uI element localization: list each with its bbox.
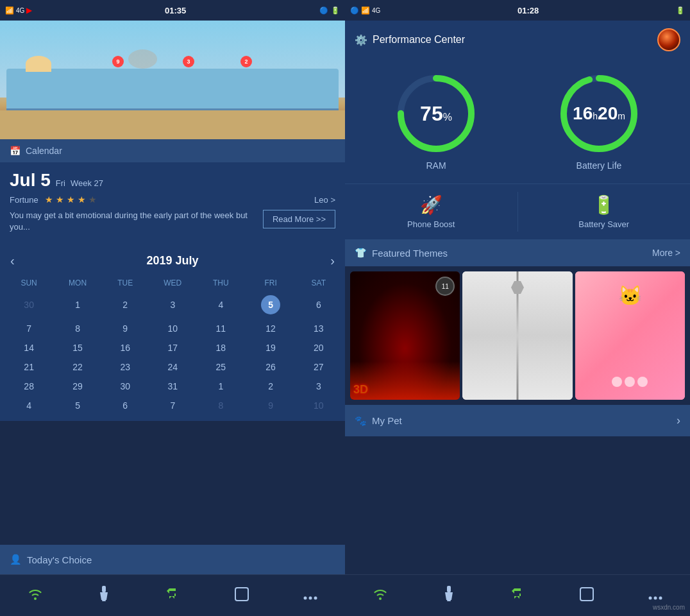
status-bar-right: 🔵 📶 4G 01:28 🔋 <box>345 0 690 21</box>
right-panel: 🔵 📶 4G 01:28 🔋 ⚙️ Performance Center <box>345 0 690 616</box>
cal-sun: SUN <box>6 276 51 290</box>
pet-icon: 🐾 <box>355 415 367 427</box>
theme-3[interactable]: 🐱 <box>575 271 685 400</box>
calendar-icon: 📅 <box>10 146 21 156</box>
calendar-day[interactable]: 3 <box>147 291 198 318</box>
wifi-nav-left[interactable] <box>28 587 43 604</box>
square-nav-left[interactable] <box>235 587 249 604</box>
swap-nav-left[interactable] <box>165 586 180 605</box>
calendar-day[interactable]: 11 <box>199 320 242 338</box>
svg-point-15 <box>649 596 652 599</box>
calendar-week-row: 14151617181920 <box>6 339 339 357</box>
calendar-day[interactable]: 20 <box>299 339 339 357</box>
calendar-day[interactable]: 4 <box>6 397 51 415</box>
calendar-day[interactable]: 6 <box>104 397 147 415</box>
calendar-day[interactable]: 21 <box>6 358 51 376</box>
wifi-nav-right[interactable] <box>373 587 388 604</box>
watermark: wsxdn.com <box>653 604 685 611</box>
battery-saver-label: Battery Saver <box>578 219 629 229</box>
cal-thu: THU <box>199 276 242 290</box>
calendar-day[interactable]: 17 <box>147 339 198 357</box>
todays-choice-bar[interactable]: 👤 Today's Choice <box>0 545 345 574</box>
svg-point-5 <box>309 596 312 599</box>
calendar-day[interactable]: 13 <box>299 320 339 338</box>
calendar-day[interactable]: 30 <box>6 291 51 318</box>
read-more-button[interactable]: Read More >> <box>263 210 335 228</box>
calendar-week-row: 78910111213 <box>6 320 339 338</box>
calendar-day[interactable]: 2 <box>104 291 147 318</box>
more-nav-right[interactable] <box>648 588 662 603</box>
more-nav-left[interactable] <box>303 588 317 603</box>
calendar-day[interactable]: 19 <box>244 339 298 357</box>
phone-boost-item[interactable]: 🚀 Phone Boost <box>345 184 518 239</box>
bottom-nav-right <box>345 574 690 616</box>
calendar-day[interactable]: 16 <box>104 339 147 357</box>
calendar-day[interactable]: 1 <box>53 291 103 318</box>
featured-themes-header: 👕 Featured Themes More > <box>345 239 690 266</box>
calendar-day[interactable]: 9 <box>104 320 147 338</box>
calendar-day[interactable]: 27 <box>299 358 339 376</box>
calendar-nav: ‹ 2019 July › <box>5 247 340 275</box>
calendar-day[interactable]: 9 <box>244 397 298 415</box>
vodafone-icon: ▶ <box>26 6 31 15</box>
calendar-day[interactable]: 7 <box>6 320 51 338</box>
prev-month-button[interactable]: ‹ <box>10 253 15 268</box>
battery-value-display: 16h20m <box>573 103 625 124</box>
mypet-section[interactable]: 🐾 My Pet › <box>345 405 690 436</box>
calendar-day[interactable]: 7 <box>147 397 198 415</box>
calendar-week-row: 45678910 <box>6 397 339 415</box>
leo-link[interactable]: Leo > <box>314 195 335 205</box>
calendar-day[interactable]: 26 <box>244 358 298 376</box>
signal-icon-right: 📶 <box>361 6 370 15</box>
calendar-day[interactable]: 6 <box>299 291 339 318</box>
bluetooth-icon-right: 🔵 <box>350 6 359 15</box>
battery-hours: 16 <box>573 103 593 123</box>
calendar-day[interactable]: 4 <box>199 291 242 318</box>
featured-title-label: Featured Themes <box>372 248 448 259</box>
calendar-day[interactable]: 12 <box>244 320 298 338</box>
calendar-day[interactable]: 8 <box>53 320 103 338</box>
badge-3: 2 <box>240 56 252 67</box>
status-icons-right: 🔵 📶 4G <box>350 6 380 15</box>
svg-point-6 <box>314 596 317 599</box>
game-banner: 9 3 2 <box>0 21 345 139</box>
swap-nav-right[interactable] <box>510 586 525 605</box>
calendar-day[interactable]: 28 <box>6 377 51 395</box>
calendar-day[interactable]: 5 <box>244 291 298 318</box>
calendar-day[interactable]: 3 <box>299 377 339 395</box>
next-month-button[interactable]: › <box>330 253 335 268</box>
torch-nav-left[interactable] <box>97 586 110 605</box>
square-nav-right[interactable] <box>580 587 594 604</box>
calendar-day[interactable]: 8 <box>199 397 242 415</box>
calendar-day[interactable]: 23 <box>104 358 147 376</box>
calendar-day[interactable]: 22 <box>53 358 103 376</box>
4g-icon: 4G <box>16 7 24 14</box>
calendar-day[interactable]: 24 <box>147 358 198 376</box>
4g-label-right: 4G <box>372 7 380 14</box>
perf-header: ⚙️ Performance Center <box>345 21 690 59</box>
calendar-day[interactable]: 15 <box>53 339 103 357</box>
svg-marker-12 <box>445 592 453 600</box>
calendar-day[interactable]: 18 <box>199 339 242 357</box>
calendar-day[interactable]: 5 <box>53 397 103 415</box>
calendar-day[interactable]: 30 <box>104 377 147 395</box>
calendar-day[interactable]: 29 <box>53 377 103 395</box>
calendar-day[interactable]: 25 <box>199 358 242 376</box>
svg-rect-3 <box>235 588 248 601</box>
calendar-day[interactable]: 31 <box>147 377 198 395</box>
rocket-icon: 🚀 <box>420 194 442 216</box>
calendar-day[interactable]: 1 <box>199 377 242 395</box>
calendar-day[interactable]: 10 <box>147 320 198 338</box>
torch-nav-right[interactable] <box>442 586 455 605</box>
ram-unit: % <box>443 112 452 123</box>
more-link[interactable]: More > <box>652 248 680 258</box>
calendar-day[interactable]: 2 <box>244 377 298 395</box>
calendar-day[interactable]: 10 <box>299 397 339 415</box>
cal-wed: WED <box>147 276 198 290</box>
theme-2[interactable] <box>462 271 572 400</box>
battery-saver-item[interactable]: 🔋 Battery Saver <box>518 184 691 239</box>
calendar-day[interactable]: 14 <box>6 339 51 357</box>
ram-gauge: 75% RAM <box>394 72 478 171</box>
avatar[interactable] <box>657 28 680 51</box>
theme-1[interactable]: 11 3D <box>350 271 460 400</box>
